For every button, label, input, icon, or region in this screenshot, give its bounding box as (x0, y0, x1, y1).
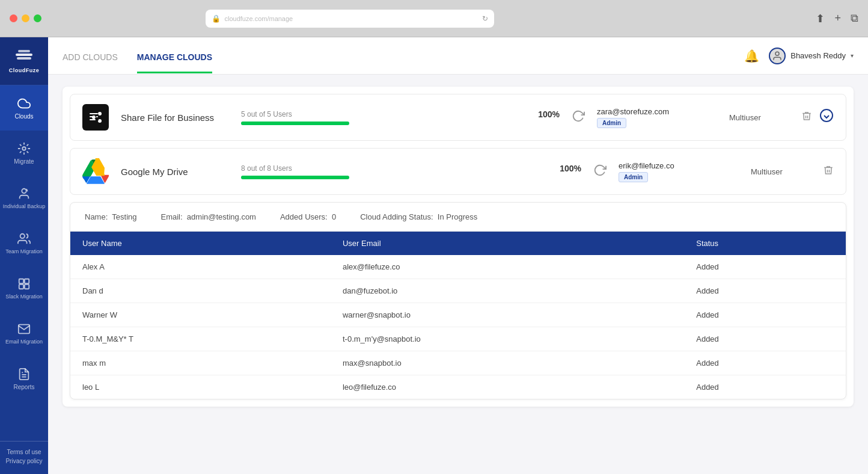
sharefile-delete-button[interactable] (801, 111, 812, 125)
gdrive-progress-text: 8 out of 8 Users (241, 164, 292, 173)
svg-point-12 (775, 52, 779, 55)
gdrive-sync-icon[interactable] (593, 164, 607, 180)
content-area: Share File for Business 5 out of 5 Users… (48, 75, 868, 474)
gdrive-progress-bar-fill (241, 176, 349, 179)
sidebar-item-slack-migration[interactable]: Slack Migration (0, 266, 48, 311)
sidebar-item-clouds[interactable]: Clouds (0, 85, 48, 131)
sidebar-item-individual-backup[interactable]: Individual Backup (0, 176, 48, 221)
sidebar-item-reports[interactable]: Reports (0, 356, 48, 401)
sharefile-expand-button[interactable] (819, 108, 834, 126)
col-username: User Name (70, 232, 331, 255)
svg-point-16 (98, 112, 102, 115)
tab-add-clouds[interactable]: ADD CLOUDS (63, 52, 118, 73)
share-browser-icon[interactable]: ⬆ (816, 12, 825, 25)
tab-manage-clouds[interactable]: MANAGE CLOUDS (137, 52, 212, 73)
col-email: User Email (331, 232, 684, 255)
svg-point-4 (22, 189, 26, 193)
expanded-meta: Name: Testing Email: admin@testing.com A… (70, 203, 846, 232)
sidebar-item-team-migration-label: Team Migration (5, 248, 43, 254)
browser-actions: ⬆ + ⧉ (816, 12, 858, 25)
sidebar-item-reports-label: Reports (13, 384, 34, 390)
sharefile-role-badge: Admin (597, 118, 626, 128)
sidebar-item-email-migration[interactable]: Email Migration (0, 311, 48, 356)
cell-username: Dan d (70, 279, 331, 303)
svg-rect-9 (25, 285, 29, 289)
sharefile-progress-text: 5 out of 5 Users (241, 110, 292, 118)
cloud-card-gdrive: Google My Drive 8 out of 8 Users 100% (70, 148, 846, 195)
table-row: T-0.M_M&Y* T t-0.m_m'y@snapbot.io Added (70, 327, 846, 351)
maximize-button[interactable] (34, 14, 41, 22)
svg-rect-13 (90, 113, 98, 114)
svg-point-18 (92, 115, 96, 119)
lock-icon: 🔒 (212, 14, 221, 23)
url-text: cloudfuze.com/manage (224, 15, 293, 22)
cell-email: max@snapbot.io (331, 351, 684, 375)
cell-email: alex@filefuze.co (331, 255, 684, 279)
reload-icon[interactable]: ↻ (482, 14, 488, 23)
sidebar-bottom: Terms of use Privacy policy (0, 441, 48, 474)
gdrive-progress-pct: 100% (560, 164, 581, 173)
gdrive-progress: 8 out of 8 Users 100% (241, 164, 581, 179)
table-row: Dan d dan@fuzebot.io Added (70, 279, 846, 303)
expanded-name: Name: Testing (85, 212, 137, 221)
gdrive-progress-bar-bg (241, 176, 349, 179)
notification-icon[interactable]: 🔔 (744, 49, 759, 63)
cell-email: t-0.m_m'y@snapbot.io (331, 327, 684, 351)
svg-rect-8 (19, 285, 23, 289)
topbar: ADD CLOUDS MANAGE CLOUDS 🔔 Bhavesh Reddy… (48, 37, 868, 75)
tab-overview-icon[interactable]: ⧉ (851, 12, 858, 25)
sharefile-email: zara@storefuze.com (597, 107, 717, 116)
user-avatar (769, 48, 786, 64)
gdrive-icon (82, 158, 109, 185)
expanded-section: Name: Testing Email: admin@testing.com A… (70, 202, 846, 399)
sharefile-sync-icon[interactable] (572, 109, 585, 126)
cell-status: Added (684, 279, 846, 303)
expanded-name-value: Testing (112, 212, 136, 221)
svg-line-20 (96, 118, 99, 120)
gdrive-delete-button[interactable] (823, 165, 834, 179)
sharefile-progress: 5 out of 5 Users 100% (241, 109, 560, 125)
cell-status: Added (684, 327, 846, 351)
expanded-email-value: admin@testing.com (187, 212, 256, 221)
cell-username: max m (70, 351, 331, 375)
gdrive-actions (823, 165, 834, 179)
svg-rect-7 (25, 279, 29, 283)
sidebar-item-migrate[interactable]: Migrate (0, 131, 48, 176)
topbar-right: 🔔 Bhavesh Reddy ▾ (744, 48, 854, 64)
expanded-email-label: Email: (161, 212, 183, 221)
new-tab-icon[interactable]: + (834, 12, 841, 25)
clouds-container: Share File for Business 5 out of 5 Users… (63, 87, 854, 407)
sidebar-logo: CloudFuze (0, 37, 48, 85)
expanded-status-value: In Progress (438, 212, 477, 221)
gdrive-owner: erik@filefuze.co Admin (619, 161, 739, 182)
svg-rect-15 (90, 119, 96, 120)
gdrive-role-badge: Admin (619, 172, 648, 182)
app-container: CloudFuze Clouds Migrate Individual Ba (0, 37, 868, 474)
terms-link[interactable]: Terms of use (5, 449, 43, 455)
main-content: ADD CLOUDS MANAGE CLOUDS 🔔 Bhavesh Reddy… (48, 37, 868, 474)
sharefile-icon (82, 104, 109, 131)
table-row: leo L leo@filefuze.co Added (70, 375, 846, 399)
browser-chrome: 🔒 cloudfuze.com/manage ↻ ⬆ + ⧉ (0, 0, 868, 37)
close-button[interactable] (10, 14, 17, 22)
address-bar[interactable]: 🔒 cloudfuze.com/manage ↻ (206, 10, 494, 28)
sidebar-item-team-migration[interactable]: Team Migration (0, 221, 48, 266)
logo-text: CloudFuze (9, 67, 40, 73)
cell-email: dan@fuzebot.io (331, 279, 684, 303)
cloud-card-sharefile: Share File for Business 5 out of 5 Users… (70, 94, 846, 141)
cell-username: Alex A (70, 255, 331, 279)
cell-status: Added (684, 255, 846, 279)
minimize-button[interactable] (22, 14, 29, 22)
svg-point-5 (20, 234, 25, 238)
svg-point-17 (98, 119, 102, 123)
privacy-link[interactable]: Privacy policy (5, 458, 43, 464)
cell-username: T-0.M_M&Y* T (70, 327, 331, 351)
svg-point-3 (22, 147, 26, 150)
cell-status: Added (684, 351, 846, 375)
gdrive-type: Multiuser (751, 167, 811, 176)
gdrive-email: erik@filefuze.co (619, 161, 739, 170)
sidebar-item-slack-migration-label: Slack Migration (5, 294, 43, 300)
logo-icon (16, 49, 32, 66)
users-table: User Name User Email Status Alex A alex@… (70, 232, 846, 399)
user-info[interactable]: Bhavesh Reddy ▾ (769, 48, 854, 64)
